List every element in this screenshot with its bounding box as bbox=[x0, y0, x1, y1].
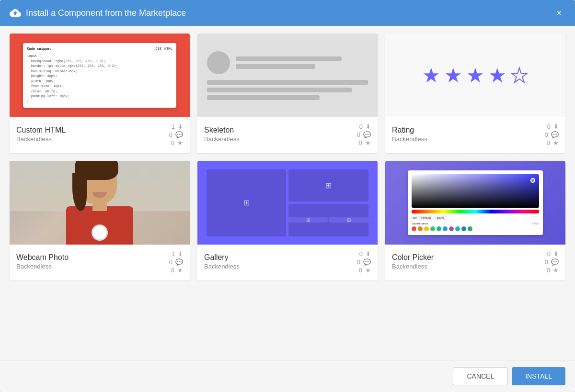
modal-footer: CANCEL INSTALL bbox=[0, 360, 575, 392]
stat-downloads-color-picker: 0 ⬇ bbox=[547, 250, 559, 258]
download-count-webcam: 1 bbox=[172, 250, 175, 258]
card-author-gallery: Backendless bbox=[204, 263, 240, 270]
r-input: 100% bbox=[435, 215, 446, 220]
comment-count-webcam: 0 bbox=[169, 258, 172, 266]
star-count-gallery: 0 bbox=[359, 267, 362, 274]
stat-comments-rating: 0 💬 bbox=[545, 131, 559, 138]
download-icon-skeleton: ⬇ bbox=[366, 123, 371, 130]
saved-colors-text: Saved colors bbox=[412, 222, 428, 225]
download-count-rating: 0 bbox=[547, 123, 551, 130]
card-author: Backendless bbox=[16, 135, 66, 143]
color-dot-yellow bbox=[424, 226, 429, 231]
modal-header: Install a Component from the Marketplace… bbox=[0, 0, 575, 26]
color-dot-blue2 bbox=[461, 226, 466, 231]
comment-icon: 💬 bbox=[175, 131, 183, 138]
color-dot-teal bbox=[437, 226, 441, 231]
install-button[interactable]: INSTALL bbox=[512, 367, 565, 385]
card-stats-gallery: 0 ⬇ 0 💬 0 ★ bbox=[357, 250, 371, 274]
color-picker-widget: Hex #4f4505 100% Saved colors + Add bbox=[408, 170, 543, 235]
card-author-rating: Backendless bbox=[392, 135, 427, 143]
color-dot-purple bbox=[449, 226, 454, 231]
color-dot-green bbox=[430, 226, 435, 231]
cards-grid: Code snippet CSS HTML input { background… bbox=[10, 34, 565, 280]
marketplace-modal: Install a Component from the Marketplace… bbox=[0, 0, 575, 392]
stat-downloads-webcam: 1 ⬇ bbox=[172, 250, 183, 258]
gallery-cell-large: ⊞ bbox=[207, 169, 287, 236]
close-button[interactable]: × bbox=[552, 7, 565, 19]
color-dot-orange bbox=[418, 226, 423, 231]
download-count-gallery: 0 bbox=[359, 250, 363, 258]
card-author-webcam: Backendless bbox=[16, 263, 69, 270]
color-dot-red bbox=[412, 226, 416, 231]
card-preview-webcam bbox=[10, 161, 190, 245]
saved-colors-row bbox=[412, 226, 539, 231]
download-count-color-picker: 0 bbox=[547, 250, 551, 258]
card-name-webcam: Webcam Photo bbox=[16, 253, 69, 262]
card-bottom-color-picker: Color Picker Backendless 0 ⬇ 0 💬 bbox=[392, 250, 559, 274]
card-info-rating: Rating Backendless 0 ⬇ 0 💬 bbox=[385, 117, 565, 153]
stat-stars-rating: 0 ★ bbox=[547, 139, 559, 146]
capture-button[interactable] bbox=[92, 224, 108, 241]
card-info-skeleton: Skeleton Backendless 0 ⬇ 0 💬 bbox=[197, 117, 378, 153]
comment-count: 0 bbox=[169, 131, 172, 138]
card-preview-custom-html: Code snippet CSS HTML input { background… bbox=[10, 34, 190, 117]
star-count-skeleton: 0 bbox=[359, 139, 362, 146]
star-3: ★ bbox=[466, 64, 484, 87]
card-bottom-webcam: Webcam Photo Backendless 1 ⬇ 0 💬 bbox=[16, 250, 183, 274]
color-gradient bbox=[412, 174, 539, 208]
card-rating[interactable]: ★ ★ ★ ★ ★ Rating Backendless bbox=[385, 34, 565, 153]
stat-comments-skeleton: 0 💬 bbox=[357, 131, 371, 138]
card-webcam[interactable]: Webcam Photo Backendless 1 ⬇ 0 💬 bbox=[10, 161, 190, 280]
comment-count-gallery: 0 bbox=[357, 258, 360, 266]
download-count-skeleton: 0 bbox=[359, 123, 363, 130]
stat-downloads-skeleton: 0 ⬇ bbox=[359, 123, 371, 130]
rating-stars-preview: ★ ★ ★ ★ ★ bbox=[422, 64, 529, 87]
card-name-skeleton: Skeleton bbox=[204, 126, 240, 134]
stat-stars-webcam: 0 ★ bbox=[171, 267, 183, 274]
color-dot-teal2 bbox=[455, 226, 460, 231]
saved-colors-label: Saved colors + Add bbox=[412, 222, 539, 225]
card-stats-skeleton: 0 ⬇ 0 💬 0 ★ bbox=[357, 123, 371, 146]
stat-downloads-gallery: 0 ⬇ bbox=[359, 250, 371, 258]
webcam-sim bbox=[10, 161, 190, 245]
card-stats-webcam: 1 ⬇ 0 💬 0 ★ bbox=[169, 250, 183, 274]
comment-icon-webcam: 💬 bbox=[175, 258, 183, 266]
star-icon-color-picker: ★ bbox=[553, 267, 559, 274]
card-name-gallery: Gallery bbox=[204, 253, 240, 262]
card-name: Custom HTML bbox=[16, 126, 66, 134]
stat-stars-skeleton: 0 ★ bbox=[359, 139, 371, 146]
hex-input: #4f4505 bbox=[419, 215, 433, 220]
card-custom-html[interactable]: Code snippet CSS HTML input { background… bbox=[10, 34, 190, 153]
comment-icon-gallery: 💬 bbox=[363, 258, 371, 266]
stat-comments: 0 💬 bbox=[169, 131, 183, 138]
modal-body: Code snippet CSS HTML input { background… bbox=[0, 26, 575, 360]
stat-downloads: 1 ⬇ bbox=[172, 123, 183, 130]
card-info-webcam: Webcam Photo Backendless 1 ⬇ 0 💬 bbox=[10, 245, 190, 280]
add-color-btn[interactable]: + Add bbox=[531, 222, 539, 225]
card-stats: 1 ⬇ 0 💬 0 ★ bbox=[169, 123, 183, 146]
cancel-button[interactable]: CANCEL bbox=[453, 367, 508, 385]
star-5-empty: ★ bbox=[510, 64, 529, 87]
card-author-skeleton: Backendless bbox=[204, 135, 240, 143]
color-dot-green2 bbox=[468, 226, 472, 231]
comment-count-rating: 0 bbox=[545, 131, 548, 138]
comment-count-skeleton: 0 bbox=[357, 131, 360, 138]
color-inputs: Hex #4f4505 100% bbox=[412, 215, 539, 220]
gallery-cell-top-right: ⊞ bbox=[288, 169, 368, 202]
stat-stars: 0 ★ bbox=[171, 139, 183, 146]
card-info-color-picker: Color Picker Backendless 0 ⬇ 0 💬 bbox=[385, 245, 565, 280]
star-count-color-picker: 0 bbox=[547, 267, 550, 274]
star-icon-rating: ★ bbox=[553, 139, 559, 146]
header-left: Install a Component from the Marketplace bbox=[10, 7, 186, 19]
code-snippet-preview: Code snippet CSS HTML input { background… bbox=[23, 43, 176, 108]
card-gallery[interactable]: ⊞ ⊞ ⊞ ⊞ Gallery Backendless bbox=[197, 161, 378, 280]
card-skeleton[interactable]: Skeleton Backendless 0 ⬇ 0 💬 bbox=[197, 34, 378, 153]
comment-icon-color-picker: 💬 bbox=[551, 258, 559, 266]
gradient-handle bbox=[530, 178, 535, 183]
star-icon: ★ bbox=[177, 139, 183, 146]
stat-comments-gallery: 0 💬 bbox=[357, 258, 371, 266]
hex-label: Hex bbox=[412, 216, 417, 219]
card-info-custom-html: Custom HTML Backendless 1 ⬇ 0 💬 bbox=[10, 117, 190, 153]
card-color-picker[interactable]: Hex #4f4505 100% Saved colors + Add bbox=[385, 161, 565, 280]
card-stats-rating: 0 ⬇ 0 💬 0 ★ bbox=[545, 123, 559, 146]
